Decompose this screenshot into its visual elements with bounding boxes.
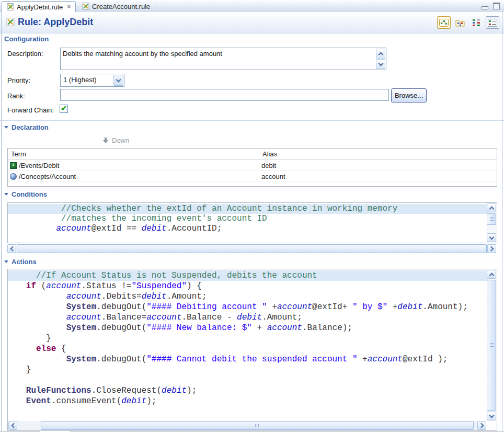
tab-label: ApplyDebit.rule [17, 3, 63, 11]
section-title-conditions: Conditions [12, 190, 47, 198]
rule-file-icon [82, 3, 89, 10]
description-field[interactable]: Debits the matching account by the speci… [60, 48, 386, 70]
section-divider [0, 120, 504, 121]
code-line[interactable]: account.Debits=debit.Amount; [8, 291, 487, 302]
code-line[interactable]: if (account.Status !="Suspended") { [8, 281, 487, 291]
section-title-actions: Actions [12, 258, 37, 266]
bottom-border-segment [70, 431, 504, 431]
code-line[interactable]: account.Balance=account.Balance - debit.… [8, 312, 487, 323]
maximize-icon[interactable] [493, 3, 500, 9]
collapse-triangle-icon[interactable] [4, 260, 8, 263]
code-line[interactable]: System.debugOut("#### New balance: $" + … [8, 323, 487, 333]
table-row[interactable]: /Events/Debitdebit [8, 160, 497, 171]
rule-editor-window: ApplyDebit.rule × CreateAccount.rule Rul… [0, 0, 504, 432]
down-button[interactable]: Down [103, 135, 129, 145]
code-line[interactable] [8, 375, 487, 385]
browse-button[interactable]: Browse... [391, 88, 427, 103]
table-row[interactable]: /Concepts/Accountaccount [8, 171, 497, 182]
code-line[interactable]: RuleFunctions.CloseRequest(debit); [8, 385, 487, 396]
description-value: Debits the matching account by the speci… [63, 50, 373, 58]
rule-header: Rule: ApplyDebit [0, 12, 504, 33]
scroll-down-icon[interactable] [376, 59, 385, 69]
priority-select[interactable]: 1 (Highest) [60, 74, 124, 87]
rule-icon [6, 18, 15, 26]
chevron-down-icon[interactable] [113, 75, 123, 86]
form-view-icon[interactable] [486, 16, 499, 29]
section-divider [0, 188, 504, 188]
code-line[interactable]: //If Account Status is not Suspended, de… [8, 270, 487, 281]
tab-createaccount-rule[interactable]: CreateAccount.rule [77, 1, 155, 12]
concept-icon [10, 173, 17, 180]
conditions-vertical-scrollbar[interactable] [487, 203, 496, 242]
alias-cell: account [258, 173, 497, 180]
code-line[interactable]: Event.consumeEvent(debit); [8, 396, 487, 406]
term-cell: /Concepts/Account [19, 173, 76, 180]
section-divider [0, 256, 504, 256]
scroll-up-icon[interactable] [487, 270, 496, 279]
scroll-right-icon[interactable] [477, 421, 486, 430]
rank-input[interactable] [60, 89, 389, 101]
close-icon[interactable]: × [67, 4, 71, 9]
code-line[interactable]: } [8, 333, 487, 344]
actions-code: //If Account Status is not Suspended, de… [8, 270, 487, 420]
rule-file-icon [7, 3, 14, 10]
scrollbar-thumb[interactable] [17, 244, 487, 253]
actions-code-editor[interactable]: //If Account Status is not Suspended, de… [7, 269, 497, 431]
code-line[interactable]: System.debugOut("#### Cannot debit the s… [8, 354, 487, 365]
declaration-table: Term Alias /Events/Debitdebit/Concepts/A… [7, 148, 497, 187]
compact-view-icon[interactable] [469, 16, 483, 29]
priority-label: Priority: [7, 76, 30, 84]
section-actions-header[interactable]: Actions [4, 258, 37, 266]
check-icon: ✔ [61, 106, 67, 111]
forward-chain-label: Forward Chain: [7, 106, 54, 114]
diagram-view-icon[interactable] [437, 16, 451, 29]
window-controls [482, 3, 500, 9]
tree-view-icon[interactable] [453, 16, 467, 29]
conditions-horizontal-scrollbar[interactable] [7, 244, 496, 253]
scroll-down-icon[interactable] [487, 233, 496, 242]
actions-horizontal-scrollbar[interactable] [8, 421, 486, 430]
scroll-left-icon[interactable] [7, 244, 16, 253]
scrollbar-thumb[interactable] [41, 421, 474, 430]
code-line[interactable]: else { [8, 344, 487, 354]
code-line[interactable]: //Checks whether the extId of an Account… [8, 204, 487, 214]
scroll-right-icon[interactable] [487, 244, 496, 253]
scroll-down-icon[interactable] [487, 412, 496, 420]
scroll-up-icon[interactable] [376, 49, 385, 59]
tab-applydebit-rule[interactable]: ApplyDebit.rule × [2, 1, 76, 12]
alias-cell: debit [258, 162, 497, 169]
rank-label: Rank: [7, 92, 25, 100]
view-toolbar [437, 16, 499, 29]
code-line[interactable]: System.debugOut("#### Debiting account "… [8, 302, 487, 312]
section-conditions-header[interactable]: Conditions [4, 190, 47, 198]
column-header-term[interactable]: Term [8, 149, 259, 160]
collapse-triangle-icon[interactable] [4, 126, 8, 129]
collapse-triangle-icon[interactable] [4, 193, 8, 196]
description-scroll [376, 49, 385, 70]
view-border-right [502, 12, 502, 431]
minimize-icon[interactable] [482, 6, 488, 9]
scrollbar-thumb[interactable] [487, 213, 496, 225]
editor-tab-bar: ApplyDebit.rule × CreateAccount.rule [0, 0, 504, 13]
column-header-alias[interactable]: Alias [259, 150, 497, 158]
section-configuration: Configuration [4, 35, 49, 43]
tab-label: CreateAccount.rule [92, 3, 150, 10]
code-line[interactable]: } [8, 365, 487, 375]
scroll-left-icon[interactable] [8, 421, 17, 430]
code-line[interactable]: account@extId == debit.AccountID; [8, 224, 487, 234]
section-declaration-header[interactable]: Declaration [4, 123, 49, 131]
forward-chain-checkbox[interactable]: ✔ [60, 105, 68, 113]
description-label: Description: [7, 50, 43, 58]
bottom-border-segment [0, 431, 40, 431]
table-header-row: Term Alias [8, 149, 497, 160]
down-button-label: Down [112, 137, 129, 144]
term-cell: /Events/Debit [19, 162, 59, 169]
scroll-up-icon[interactable] [487, 203, 496, 212]
table-body: /Events/Debitdebit/Concepts/Accountaccou… [8, 160, 497, 182]
view-border-left [1, 12, 2, 431]
actions-vertical-scrollbar[interactable] [487, 270, 496, 420]
scrollbar-thumb[interactable] [487, 280, 496, 411]
empty-table-row[interactable] [8, 182, 497, 186]
conditions-code-editor[interactable]: //Checks whether the extId of an Account… [7, 202, 497, 243]
code-line[interactable]: //matches the incoming event's account I… [8, 214, 487, 224]
